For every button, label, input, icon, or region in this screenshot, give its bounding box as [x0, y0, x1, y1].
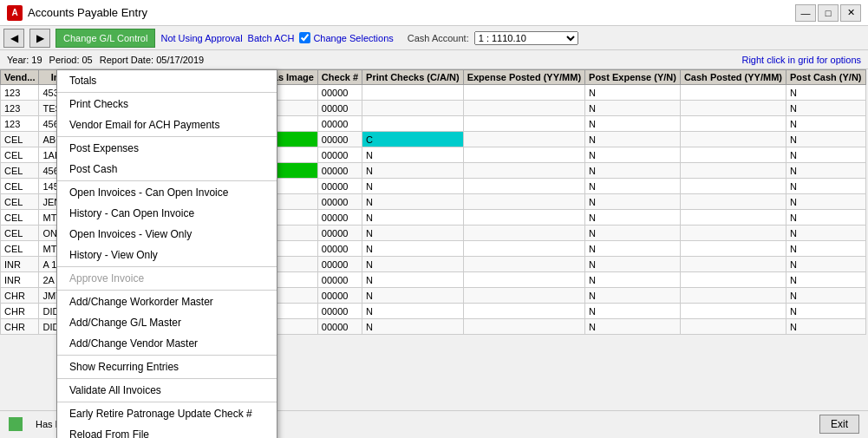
change-gl-control-button[interactable]: Change G/L Control — [55, 29, 155, 48]
cell-postcash: N — [786, 132, 866, 147]
menu-divider — [57, 180, 277, 181]
cell-exppost — [463, 319, 584, 335]
menu-item-validate-all[interactable]: Validate All Invoices — [57, 380, 277, 401]
cell-postexp: N — [585, 288, 681, 304]
cell-cashpost — [680, 132, 786, 147]
cell-check: 00000 — [317, 147, 362, 163]
minimize-button[interactable]: — — [795, 4, 816, 22]
cell-printchk — [362, 85, 464, 101]
col-header-check: Check # — [317, 70, 362, 85]
menu-item-totals[interactable]: Totals — [57, 70, 277, 91]
menu-item-add-gl[interactable]: Add/Change G/L Master — [57, 312, 277, 333]
window-title: Accounts Payable Entry — [28, 6, 147, 19]
menu-item-add-vendor[interactable]: Add/Change Vendor Master — [57, 333, 277, 354]
batch-ach-button[interactable]: Batch ACH — [248, 33, 295, 43]
change-selections-checkbox[interactable] — [299, 32, 310, 43]
cell-cashpost — [680, 226, 786, 241]
menu-item-reload[interactable]: Reload From File — [57, 424, 277, 438]
cell-postexp: N — [585, 116, 681, 132]
cell-cashpost — [680, 319, 786, 335]
cell-check: 00000 — [317, 179, 362, 194]
cell-printchk: N — [362, 257, 464, 272]
exit-button[interactable]: Exit — [819, 415, 859, 434]
cell-exppost — [463, 241, 584, 257]
menu-item-early-retire[interactable]: Early Retire Patronage Update Check # — [57, 403, 277, 424]
cell-check: 00000 — [317, 241, 362, 257]
cell-cashpost — [680, 194, 786, 210]
menu-item-open-invoices-view[interactable]: Open Invoices - View Only — [57, 224, 277, 245]
cell-printchk: N — [362, 319, 464, 335]
menu-item-vendor-email[interactable]: Vendor Email for ACH Payments — [57, 114, 277, 135]
menu-item-approve-invoice: Approve Invoice — [57, 268, 277, 289]
menu-item-post-cash[interactable]: Post Cash — [57, 159, 277, 180]
year-label: Year: 19 — [7, 55, 42, 65]
cell-cashpost — [680, 241, 786, 257]
cell-vendor: INR — [1, 257, 39, 272]
close-button[interactable]: ✕ — [840, 4, 861, 22]
cell-vendor: CHR — [1, 319, 39, 335]
context-menu: TotalsPrint ChecksVendor Email for ACH P… — [56, 69, 277, 438]
cell-exppost — [463, 179, 584, 194]
cell-check: 00000 — [317, 226, 362, 241]
title-bar: A Accounts Payable Entry — □ ✕ — [0, 0, 868, 26]
toolbar-icon-1[interactable]: ◀ — [3, 29, 24, 48]
cell-postcash: N — [786, 241, 866, 257]
cell-postexp: N — [585, 101, 681, 116]
cell-exppost — [463, 101, 584, 116]
cell-postexp: N — [585, 304, 681, 319]
change-selections-button[interactable]: Change Selections — [313, 33, 393, 43]
cell-check: 00000 — [317, 257, 362, 272]
has-invoice-icon — [9, 417, 23, 431]
cell-postexp: N — [585, 85, 681, 101]
window-controls: — □ ✕ — [795, 4, 861, 22]
menu-item-open-invoices-open[interactable]: Open Invoices - Can Open Invoice — [57, 182, 277, 203]
cell-postexp: N — [585, 194, 681, 210]
cell-vendor: CEL — [1, 132, 39, 147]
not-using-approval-button[interactable]: Not Using Approval — [160, 33, 242, 43]
menu-divider — [57, 378, 277, 379]
cell-exppost — [463, 272, 584, 288]
toolbar-icon-2[interactable]: ▶ — [29, 29, 50, 48]
cell-vendor: CEL — [1, 163, 39, 179]
menu-item-history-open[interactable]: History - Can Open Invoice — [57, 203, 277, 224]
cell-postcash: N — [786, 163, 866, 179]
cell-vendor: CEL — [1, 241, 39, 257]
cell-postcash: N — [786, 304, 866, 319]
app-icon: A — [7, 5, 23, 21]
cash-account-select[interactable]: 1 : 1110.10 — [474, 31, 578, 45]
cell-printchk: N — [362, 210, 464, 226]
col-header-printchk: Print Checks (C/A/N) — [362, 70, 464, 85]
cell-exppost — [463, 132, 584, 147]
cell-postcash: N — [786, 194, 866, 210]
cell-exppost — [463, 257, 584, 272]
cell-cashpost — [680, 272, 786, 288]
cell-vendor: CEL — [1, 147, 39, 163]
menu-divider — [57, 136, 277, 137]
cell-printchk: N — [362, 288, 464, 304]
cell-vendor: CHR — [1, 304, 39, 319]
menu-item-add-workorder[interactable]: Add/Change Workorder Master — [57, 291, 277, 312]
cell-exppost — [463, 210, 584, 226]
cell-cashpost — [680, 257, 786, 272]
cell-check: 00000 — [317, 194, 362, 210]
menu-item-post-expenses[interactable]: Post Expenses — [57, 138, 277, 159]
menu-item-show-recurring[interactable]: Show Recurring Entries — [57, 356, 277, 377]
col-header-cashpost: Cash Posted (YY/MM) — [680, 70, 786, 85]
menu-item-print-checks[interactable]: Print Checks — [57, 94, 277, 114]
cell-postexp: N — [585, 210, 681, 226]
cell-postexp: N — [585, 226, 681, 241]
cell-printchk — [362, 116, 464, 132]
menu-item-history-view[interactable]: History - View Only — [57, 245, 277, 265]
cell-exppost — [463, 147, 584, 163]
menu-divider — [57, 402, 277, 402]
cell-check: 00000 — [317, 163, 362, 179]
report-date-label: Report Date: 05/17/2019 — [100, 55, 204, 65]
cell-postexp: N — [585, 319, 681, 335]
cell-postcash: N — [786, 226, 866, 241]
cell-check: 00000 — [317, 288, 362, 304]
maximize-button[interactable]: □ — [818, 4, 839, 22]
menu-divider — [57, 290, 277, 291]
cell-exppost — [463, 288, 584, 304]
cell-postexp: N — [585, 257, 681, 272]
cell-cashpost — [680, 101, 786, 116]
